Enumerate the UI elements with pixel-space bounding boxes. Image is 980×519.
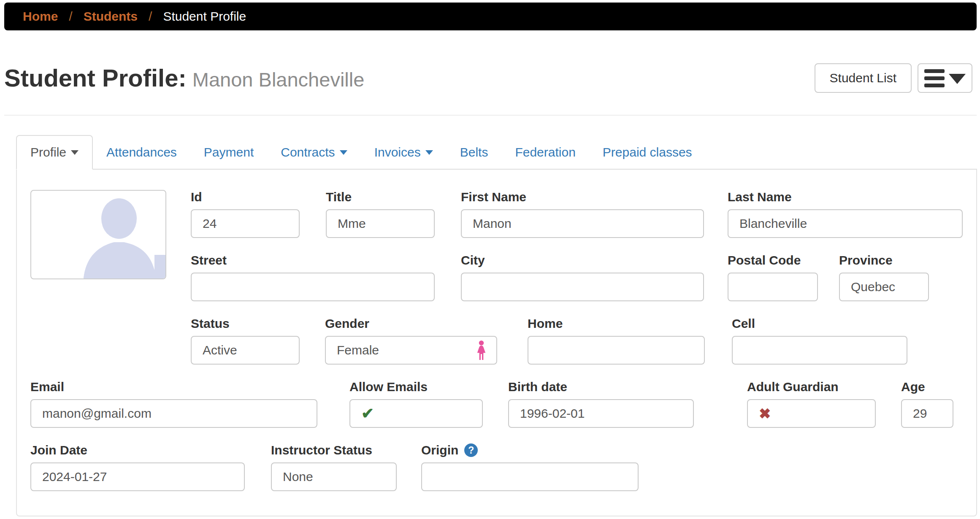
profile-top-section: Id 24 Title Mme First Name Manon Last Na… — [30, 190, 963, 365]
tab-belts[interactable]: Belts — [447, 136, 502, 169]
origin-input[interactable] — [421, 462, 639, 491]
form-row-1: Id 24 Title Mme First Name Manon Last Na… — [191, 190, 963, 238]
city-input[interactable] — [461, 273, 704, 301]
page-title-label: Student Profile: — [4, 64, 187, 92]
id-label: Id — [191, 190, 300, 204]
field-first-name: First Name Manon — [461, 190, 704, 238]
field-status: Status Active — [191, 316, 300, 365]
tab-attendances[interactable]: Attendances — [93, 136, 190, 169]
tab-invoices-label: Invoices — [374, 145, 421, 159]
city-label: City — [461, 253, 704, 268]
field-id: Id 24 — [191, 190, 300, 238]
join-date-input[interactable]: 2024-01-27 — [30, 462, 245, 491]
student-list-button[interactable]: Student List — [815, 63, 912, 93]
check-icon: ✔ — [361, 406, 374, 421]
province-input[interactable]: Quebec — [839, 273, 929, 301]
postal-code-input[interactable] — [728, 273, 818, 301]
field-email: Email manon@gmail.com — [30, 380, 317, 428]
field-age: Age 29 — [901, 380, 953, 428]
avatar — [30, 190, 166, 279]
form-row-3: Status Active Gender Female — [191, 316, 963, 365]
first-name-label: First Name — [461, 190, 704, 204]
help-icon[interactable]: ? — [464, 443, 478, 457]
field-adult-guardian: Adult Guardian ✖ — [747, 380, 876, 428]
page-title: Student Profile:Manon Blancheville — [4, 65, 364, 92]
status-label: Status — [191, 316, 300, 331]
birth-date-input[interactable]: 1996-02-01 — [508, 399, 694, 428]
last-name-label: Last Name — [728, 190, 963, 204]
actions-menu-button[interactable] — [918, 63, 972, 93]
allow-emails-input[interactable]: ✔ — [349, 399, 483, 428]
id-input[interactable]: 24 — [191, 209, 300, 238]
chevron-down-icon — [71, 150, 79, 155]
allow-emails-label: Allow Emails — [349, 380, 483, 394]
person-silhouette-icon — [63, 196, 166, 278]
field-join-date: Join Date 2024-01-27 — [30, 443, 245, 491]
tab-contracts-label: Contracts — [281, 145, 335, 159]
student-name: Manon Blancheville — [192, 68, 365, 91]
tab-contracts[interactable]: Contracts — [267, 136, 360, 169]
field-gender: Gender Female — [325, 316, 497, 365]
tab-bar: Profile Attendances Payment Contracts In… — [16, 135, 977, 170]
breadcrumb: Home / Students / Student Profile — [4, 3, 977, 30]
email-input[interactable]: manon@gmail.com — [30, 399, 317, 428]
cross-icon: ✖ — [759, 406, 771, 421]
form-row-5: Join Date 2024-01-27 Instructor Status N… — [30, 443, 963, 491]
field-instructor-status: Instructor Status None — [271, 443, 397, 491]
street-input[interactable] — [191, 273, 435, 301]
field-city: City — [461, 253, 704, 301]
female-icon — [476, 341, 487, 360]
field-birth-date: Birth date 1996-02-01 — [508, 380, 694, 428]
breadcrumb-link-home[interactable]: Home — [23, 9, 58, 24]
page-header: Student Profile:Manon Blancheville Stude… — [4, 30, 972, 93]
last-name-input[interactable]: Blancheville — [728, 209, 963, 238]
tab-federation[interactable]: Federation — [501, 136, 589, 169]
title-input[interactable]: Mme — [326, 209, 435, 238]
chevron-down-icon — [949, 74, 966, 84]
cell-input[interactable] — [732, 336, 907, 365]
title-label: Title — [326, 190, 435, 204]
province-label: Province — [839, 253, 929, 268]
email-label: Email — [30, 380, 317, 394]
tab-profile[interactable]: Profile — [16, 135, 93, 170]
tab-invoices[interactable]: Invoices — [361, 136, 447, 169]
profile-panel: Id 24 Title Mme First Name Manon Last Na… — [16, 170, 977, 516]
adult-guardian-label: Adult Guardian — [747, 380, 876, 394]
chevron-down-icon — [340, 150, 347, 155]
home-input[interactable] — [528, 336, 705, 365]
top-fields: Id 24 Title Mme First Name Manon Last Na… — [191, 190, 963, 365]
field-last-name: Last Name Blancheville — [728, 190, 963, 238]
gender-input[interactable]: Female — [325, 336, 497, 365]
tab-payment[interactable]: Payment — [190, 136, 267, 169]
street-label: Street — [191, 253, 435, 268]
header-divider — [4, 115, 977, 116]
form-row-4: Email manon@gmail.com Allow Emails ✔ Bir… — [30, 380, 963, 428]
tab-profile-label: Profile — [30, 145, 66, 159]
breadcrumb-separator: / — [69, 9, 72, 24]
cell-label: Cell — [732, 316, 907, 331]
field-title: Title Mme — [326, 190, 435, 238]
chevron-down-icon — [425, 150, 433, 155]
instructor-status-input[interactable]: None — [271, 462, 397, 491]
field-cell: Cell — [732, 316, 907, 365]
gender-value: Female — [337, 343, 379, 357]
postal-code-label: Postal Code — [728, 253, 818, 268]
field-allow-emails: Allow Emails ✔ — [349, 380, 483, 428]
field-province: Province Quebec — [839, 253, 929, 301]
menu-icon — [924, 69, 945, 87]
first-name-input[interactable]: Manon — [461, 209, 704, 238]
age-input[interactable]: 29 — [901, 399, 953, 428]
birth-date-label: Birth date — [508, 380, 694, 394]
header-actions: Student List — [815, 63, 972, 93]
age-label: Age — [901, 380, 953, 394]
form-row-2: Street City Postal Code Province Quebec — [191, 253, 963, 301]
status-input[interactable]: Active — [191, 336, 300, 365]
join-date-label: Join Date — [30, 443, 245, 457]
field-home: Home — [528, 316, 705, 365]
adult-guardian-input[interactable]: ✖ — [747, 399, 876, 428]
field-origin: Origin ? — [421, 443, 639, 491]
breadcrumb-link-students[interactable]: Students — [84, 9, 138, 24]
breadcrumb-current-page: Student Profile — [163, 9, 246, 24]
tab-prepaid-classes[interactable]: Prepaid classes — [589, 136, 706, 169]
gender-label: Gender — [325, 316, 497, 331]
